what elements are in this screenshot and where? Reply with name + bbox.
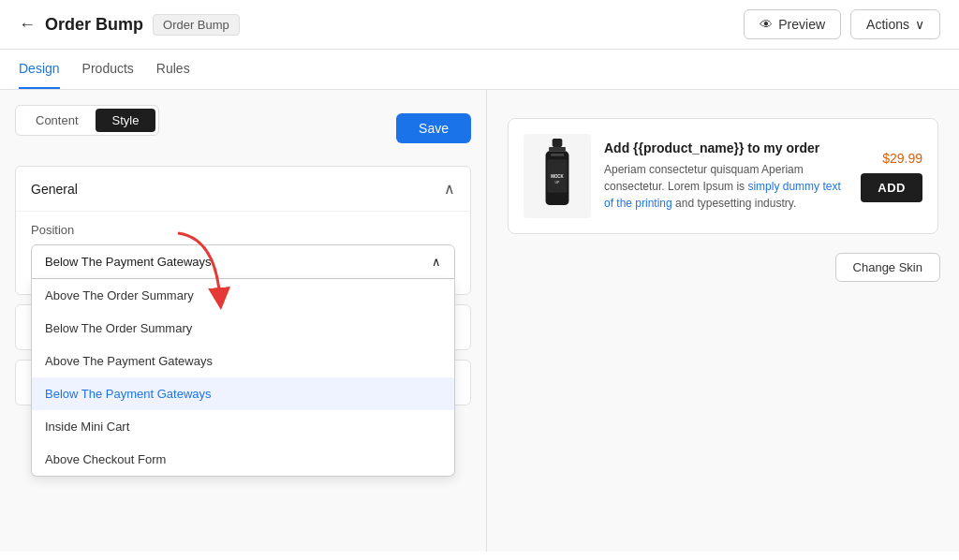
general-section: General ∧ Position Below The Payment Gat… xyxy=(15,166,471,295)
svg-text:UP: UP xyxy=(555,181,561,184)
eye-icon: 👁 xyxy=(760,17,773,32)
style-toggle-button[interactable]: Style xyxy=(96,109,156,132)
chevron-down-icon: ∨ xyxy=(915,17,924,32)
dropdown-item-below-payment-gateways[interactable]: Below The Payment Gateways xyxy=(32,377,454,410)
tab-products[interactable]: Products xyxy=(82,50,134,89)
svg-rect-6 xyxy=(551,154,564,156)
change-skin-button[interactable]: Change Skin xyxy=(835,253,940,282)
position-dropdown: Below The Payment Gateways ∧ Above The O… xyxy=(31,244,455,279)
tabs-bar: Design Products Rules xyxy=(0,50,959,90)
product-right: $29.99 ADD xyxy=(861,151,922,202)
add-button[interactable]: ADD xyxy=(861,173,922,202)
dropdown-item-above-checkout-form[interactable]: Above Checkout Form xyxy=(32,443,454,476)
preview-button[interactable]: 👁 Preview xyxy=(744,9,841,39)
general-section-header[interactable]: General ∧ xyxy=(16,167,470,211)
header-right: 👁 Preview Actions ∨ xyxy=(744,9,940,39)
right-panel: MOCK UP Add {{product_name}} to my order… xyxy=(487,90,959,552)
general-section-body: Position Below The Payment Gateways ∧ Ab… xyxy=(16,211,470,294)
left-panel: Content Style Save General ∧ Position Be… xyxy=(0,90,487,552)
product-description: Aperiam consectetur quisquam Aperiam con… xyxy=(604,161,848,212)
actions-button[interactable]: Actions ∨ xyxy=(850,9,940,39)
svg-text:MOCK: MOCK xyxy=(551,174,564,179)
product-image: MOCK UP xyxy=(524,134,591,218)
save-button[interactable]: Save xyxy=(396,113,471,143)
product-info: Add {{product_name}} to my order Aperiam… xyxy=(604,140,848,212)
general-section-title: General xyxy=(31,182,78,197)
main-content: Content Style Save General ∧ Position Be… xyxy=(0,90,959,552)
tab-design[interactable]: Design xyxy=(19,50,60,89)
product-price: $29.99 xyxy=(882,151,922,166)
dropdown-chevron-up-icon: ∧ xyxy=(432,255,441,269)
position-dropdown-selected[interactable]: Below The Payment Gateways ∧ xyxy=(31,244,455,279)
page-title: Order Bump xyxy=(45,15,143,35)
product-title: Add {{product_name}} to my order xyxy=(604,140,848,155)
content-toggle-button[interactable]: Content xyxy=(19,109,96,132)
dropdown-item-below-order-summary[interactable]: Below The Order Summary xyxy=(32,312,454,345)
general-chevron-icon: ∧ xyxy=(444,180,455,198)
position-label: Position xyxy=(31,223,455,237)
dropdown-item-inside-mini-cart[interactable]: Inside Mini Cart xyxy=(32,410,454,443)
svg-rect-1 xyxy=(549,147,566,151)
back-button[interactable]: ← xyxy=(19,15,36,35)
content-style-toggle: Content Style xyxy=(15,105,159,136)
tab-rules[interactable]: Rules xyxy=(156,50,190,89)
header-left: ← Order Bump Order Bump xyxy=(19,14,240,36)
breadcrumb-badge: Order Bump xyxy=(153,14,240,36)
dropdown-item-above-payment-gateways[interactable]: Above The Payment Gateways xyxy=(32,345,454,377)
top-controls: Content Style Save xyxy=(15,105,471,151)
product-card: MOCK UP Add {{product_name}} to my order… xyxy=(508,118,938,234)
position-dropdown-list: Above The Order Summary Below The Order … xyxy=(31,279,455,477)
svg-rect-0 xyxy=(553,139,563,147)
header: ← Order Bump Order Bump 👁 Preview Action… xyxy=(0,0,959,50)
dropdown-item-above-order-summary[interactable]: Above The Order Summary xyxy=(32,279,454,312)
